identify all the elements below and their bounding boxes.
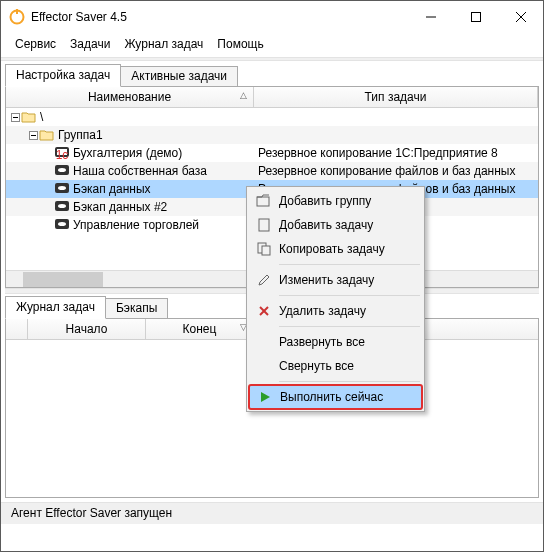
menu-separator <box>279 381 420 382</box>
menu-collapse-all[interactable]: Свернуть все <box>249 354 422 378</box>
tree-header: Наименование △ Тип задачи <box>6 87 538 108</box>
tree-group-label: Группа1 <box>58 128 103 142</box>
svg-rect-21 <box>257 197 269 206</box>
collapse-icon[interactable] <box>10 113 21 122</box>
copy-icon <box>253 242 275 256</box>
maximize-button[interactable] <box>453 2 498 31</box>
svg-marker-27 <box>261 392 270 402</box>
folder-open-icon <box>39 127 55 143</box>
column-type[interactable]: Тип задачи <box>254 87 538 107</box>
menu-separator <box>279 326 420 327</box>
journal-col-icon[interactable] <box>6 319 28 339</box>
menu-delete-task[interactable]: Удалить задачу <box>249 299 422 323</box>
menu-expand-all[interactable]: Развернуть все <box>249 330 422 354</box>
svg-point-14 <box>58 168 66 172</box>
app-icon <box>9 9 25 25</box>
folder-open-icon <box>21 109 37 125</box>
journal-col-end[interactable]: Конец ▽ <box>146 319 254 339</box>
tree-item-label: Бухгалтерия (демо) <box>73 146 182 160</box>
folder-add-icon <box>253 194 275 208</box>
task-add-icon <box>253 218 275 232</box>
menu-tasks[interactable]: Задачи <box>64 35 116 53</box>
menu-help[interactable]: Помощь <box>211 35 269 53</box>
collapse-icon[interactable] <box>28 131 39 140</box>
tree-root-label: \ <box>40 110 43 124</box>
svg-point-18 <box>58 204 66 208</box>
status-text: Агент Effector Saver запущен <box>11 506 172 520</box>
top-tab-bar: Настройка задач Активные задачи <box>1 61 543 86</box>
window-title: Effector Saver 4.5 <box>31 10 408 24</box>
tree-item-label: Бэкап данных <box>73 182 151 196</box>
menu-separator <box>279 264 420 265</box>
svg-point-20 <box>58 222 66 226</box>
tree-item[interactable]: 1c Бухгалтерия (демо) Резервное копирова… <box>6 144 538 162</box>
tab-task-settings[interactable]: Настройка задач <box>5 64 121 87</box>
scrollbar-thumb[interactable] <box>23 272 103 287</box>
svg-rect-3 <box>471 12 480 21</box>
task-db-icon <box>54 181 70 197</box>
tab-backups[interactable]: Бэкапы <box>105 298 168 318</box>
menu-bar: Сервис Задачи Журнал задач Помощь <box>1 32 543 57</box>
svg-rect-24 <box>262 246 270 255</box>
tree-root[interactable]: \ <box>6 108 538 126</box>
menu-run-now[interactable]: Выполнить сейчас <box>248 384 423 410</box>
menu-service[interactable]: Сервис <box>9 35 62 53</box>
play-icon <box>254 391 276 403</box>
title-bar: Effector Saver 4.5 <box>1 1 543 32</box>
tab-active-tasks[interactable]: Активные задачи <box>120 66 238 86</box>
menu-add-task[interactable]: Добавить задачу <box>249 213 422 237</box>
svg-rect-22 <box>259 219 269 231</box>
journal-col-start[interactable]: Начало <box>28 319 146 339</box>
edit-icon <box>253 273 275 287</box>
delete-icon <box>253 304 275 318</box>
menu-copy-task[interactable]: Копировать задачу <box>249 237 422 261</box>
svg-text:1c: 1c <box>56 148 69 160</box>
sort-asc-icon: △ <box>240 90 247 100</box>
tree-item-type: Резервное копирование 1С:Предприятие 8 <box>254 146 538 160</box>
close-button[interactable] <box>498 2 543 31</box>
tree-item-label: Бэкап данных #2 <box>73 200 167 214</box>
svg-point-16 <box>58 186 66 190</box>
tree-item-label: Наша собственная база <box>73 164 207 178</box>
menu-separator <box>279 295 420 296</box>
menu-add-group[interactable]: Добавить группу <box>249 189 422 213</box>
task-db-icon <box>54 217 70 233</box>
tab-journal[interactable]: Журнал задач <box>5 296 106 319</box>
menu-journal[interactable]: Журнал задач <box>118 35 209 53</box>
task-db-icon <box>54 163 70 179</box>
tree-item-label: Управление торговлей <box>73 218 199 232</box>
menu-edit-task[interactable]: Изменить задачу <box>249 268 422 292</box>
column-name[interactable]: Наименование △ <box>6 87 254 107</box>
status-bar: Агент Effector Saver запущен <box>1 502 543 524</box>
task-1c-icon: 1c <box>54 145 70 161</box>
tree-group[interactable]: Группа1 <box>6 126 538 144</box>
svg-rect-1 <box>16 9 18 14</box>
tree-item[interactable]: Наша собственная база Резервное копирова… <box>6 162 538 180</box>
task-db-icon <box>54 199 70 215</box>
tree-item-type: Резервное копирование файлов и баз данны… <box>254 164 538 178</box>
context-menu: Добавить группу Добавить задачу Копирова… <box>246 186 425 412</box>
minimize-button[interactable] <box>408 2 453 31</box>
